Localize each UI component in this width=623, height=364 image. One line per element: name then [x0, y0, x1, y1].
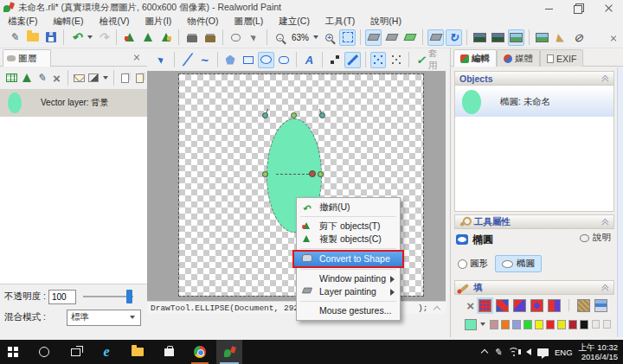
background-image-button[interactable]: [534, 29, 550, 46]
layer-stack-button[interactable]: [383, 29, 400, 46]
swatch-3[interactable]: [512, 320, 521, 329]
undo-dropdown[interactable]: [87, 35, 93, 39]
zoom-level[interactable]: 63%: [292, 33, 309, 42]
volume-icon[interactable]: [526, 348, 531, 355]
copy-layer-button[interactable]: [119, 70, 132, 86]
palette-option-icon-1[interactable]: [592, 320, 600, 329]
fill-style-texture[interactable]: [577, 299, 590, 312]
context-mouse-gestures[interactable]: Mouse gestures...: [297, 304, 400, 317]
circle-radio[interactable]: [458, 259, 467, 269]
zoom-in-button[interactable]: +: [321, 29, 337, 46]
task-view-button[interactable]: [62, 340, 88, 364]
menu-tools[interactable]: 工具(T): [318, 16, 363, 28]
start-button[interactable]: [0, 340, 26, 364]
tray-expand-icon[interactable]: [481, 348, 488, 355]
option-circle[interactable]: 圓形: [458, 258, 488, 270]
ellipse-tool-button[interactable]: [258, 52, 274, 68]
menu-view[interactable]: 檢視(V): [91, 16, 137, 28]
object-item-ellipse[interactable]: 橢圓: 未命名: [455, 87, 613, 117]
redo-button[interactable]: [95, 29, 112, 46]
measure-button[interactable]: [552, 29, 568, 46]
edge-button[interactable]: [93, 340, 119, 364]
zoom-dropdown[interactable]: [313, 35, 318, 39]
menu-object[interactable]: 物件(O): [179, 16, 226, 28]
cortana-button[interactable]: [31, 340, 57, 364]
pen-input-icon[interactable]: [494, 347, 502, 358]
clock[interactable]: 上午 10:32 2016/4/15: [579, 342, 621, 361]
fill-style-gradient[interactable]: [496, 299, 509, 312]
help-button[interactable]: 說明: [580, 232, 611, 244]
tab-edit[interactable]: 編輯: [453, 49, 497, 67]
select-tool-button[interactable]: [246, 29, 262, 46]
context-copy-objects[interactable]: 複製 objects(C): [297, 233, 400, 246]
layer-list-area[interactable]: [0, 117, 147, 284]
context-window-painting[interactable]: Window painting: [297, 272, 400, 285]
fill-style-gradient-2[interactable]: [513, 299, 526, 312]
file-explorer-button[interactable]: [125, 340, 151, 364]
layer-effect-button[interactable]: [87, 70, 100, 86]
text-tool-button[interactable]: [301, 52, 318, 68]
preview-3-button[interactable]: [508, 29, 524, 46]
clone-button[interactable]: [202, 29, 218, 46]
context-layer-painting[interactable]: Layer painting: [297, 285, 400, 298]
opacity-slider-knob[interactable]: [126, 290, 132, 303]
touch-keyboard-icon[interactable]: [537, 348, 549, 356]
option-ellipse-selected[interactable]: 橢圓: [495, 255, 542, 272]
solid-line-style-button[interactable]: [344, 52, 361, 68]
layer-effect-dropdown[interactable]: [103, 76, 108, 80]
context-undo[interactable]: 撤銷(U): [297, 201, 400, 214]
status-expand-icon[interactable]: [434, 305, 440, 310]
color-dropdown-arrow[interactable]: [480, 322, 485, 326]
merge-layer-button[interactable]: [73, 70, 86, 86]
language-indicator[interactable]: ENG: [555, 348, 573, 357]
open-file-button[interactable]: [24, 29, 41, 46]
context-convert-to-shape[interactable]: Convert to Shape: [294, 252, 402, 266]
center-handle[interactable]: [309, 170, 316, 177]
rotate-handle-right[interactable]: [319, 112, 325, 118]
fill-style-solid[interactable]: [478, 299, 491, 312]
merged-view-button[interactable]: [401, 29, 418, 46]
tool-properties-collapse-icon[interactable]: [601, 220, 608, 227]
swatch-2[interactable]: [501, 320, 510, 329]
tab-exif[interactable]: EXIF: [540, 49, 583, 67]
rotate-handle-left[interactable]: [262, 112, 268, 118]
current-color-swatch[interactable]: [465, 319, 477, 330]
zoom-out-button[interactable]: -: [272, 29, 288, 46]
panel-scrollbar[interactable]: [617, 67, 623, 337]
menu-create[interactable]: 建立(C): [271, 16, 318, 28]
preview-1-button[interactable]: [472, 29, 488, 46]
tab-layers[interactable]: 圖層: [3, 49, 51, 67]
swatch-6[interactable]: [546, 320, 555, 329]
blend-mode-select[interactable]: 標準: [67, 310, 141, 326]
menu-help[interactable]: 說明(H): [363, 16, 409, 28]
edit-layer-button[interactable]: [35, 70, 48, 86]
layers-panel-close-icon[interactable]: [132, 54, 141, 62]
layer-row-background[interactable]: Vector layer: 背景: [0, 89, 147, 117]
fill-collapse-icon[interactable]: [601, 285, 608, 292]
swatch-7[interactable]: [557, 320, 566, 329]
tab-media[interactable]: 媒體: [497, 49, 540, 67]
menu-file[interactable]: 檔案(F): [0, 16, 45, 28]
cut-button[interactable]: [121, 29, 138, 46]
copy-button[interactable]: [139, 29, 156, 46]
duplicate-button[interactable]: [183, 29, 200, 46]
opacity-input[interactable]: [48, 290, 76, 304]
fill-section-header[interactable]: 填: [454, 280, 614, 295]
maximize-button[interactable]: [564, 0, 594, 16]
swatch-5[interactable]: [535, 320, 543, 329]
fill-style-split[interactable]: [548, 299, 561, 312]
toolbar-close-icon[interactable]: [609, 35, 618, 43]
right-handle[interactable]: [318, 171, 324, 177]
fit-window-button[interactable]: [339, 29, 356, 46]
swatch-4[interactable]: [523, 320, 532, 329]
chrome-button[interactable]: [187, 340, 213, 364]
save-button[interactable]: [42, 29, 59, 46]
undo-button[interactable]: [68, 29, 85, 46]
preview-2-button[interactable]: [490, 29, 506, 46]
pixel-line-style-button[interactable]: [327, 52, 344, 68]
apply-button[interactable]: 套用: [416, 48, 446, 72]
objects-collapse-icon[interactable]: [601, 76, 608, 83]
polygon-tool-button[interactable]: [222, 52, 239, 68]
new-file-button[interactable]: [6, 29, 22, 46]
palette-option-icon-2[interactable]: [603, 320, 611, 329]
